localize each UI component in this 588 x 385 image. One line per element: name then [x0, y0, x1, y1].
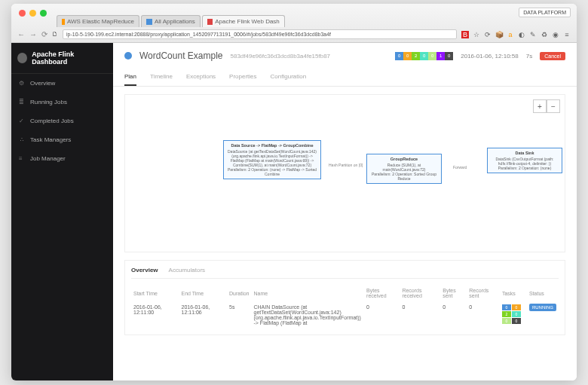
browser-tab-apps[interactable]: All Applications	[141, 15, 201, 27]
maximize-window-icon[interactable]	[40, 10, 47, 17]
th-bsent: Bytes sent	[440, 285, 467, 301]
menu-icon[interactable]: ≡	[563, 31, 571, 38]
app-layout: Apache Flink Dashboard ⚙Overview ≣Runnin…	[11, 43, 577, 380]
tab-label: AWS Elastic MapReduce	[67, 18, 134, 25]
th-dur: Duration	[227, 285, 251, 301]
hadoop-icon	[146, 19, 152, 25]
status-badges: 0 0 2 0 0 1 0	[395, 52, 453, 60]
cell-status: RUNNING	[527, 301, 559, 328]
flink-logo-icon	[17, 53, 27, 63]
mini-badge: 0	[502, 318, 511, 324]
tab-exceptions[interactable]: Exceptions	[186, 69, 216, 86]
dtab-overview[interactable]: Overview	[131, 267, 158, 273]
sidebar-item-label: Overview	[30, 80, 55, 87]
aws-icon	[62, 19, 65, 25]
cell-rrecv: 0	[400, 301, 440, 328]
node-body: Reduce (SUM(1), at main(WordCount.java:7…	[369, 163, 439, 172]
sidebar: Apache Flink Dashboard ⚙Overview ≣Runnin…	[11, 43, 113, 380]
status-badge: 0	[420, 52, 428, 60]
ext-icon[interactable]: 📦	[495, 31, 503, 38]
tab-label: All Applications	[155, 18, 195, 25]
back-icon[interactable]: ←	[17, 30, 25, 38]
sidebar-item-label: Job Manager	[30, 155, 66, 162]
mini-badge: 0	[512, 311, 521, 317]
ext-icon[interactable]: a	[507, 31, 514, 38]
status-running-badge: RUNNING	[529, 304, 556, 311]
brand: Apache Flink Dashboard	[11, 43, 113, 74]
job-title-row: WordCount Example 583df49e96fc36d3dcd8b3…	[124, 50, 565, 61]
status-badge: 0	[428, 52, 436, 60]
plan-node-reduce[interactable]: GroupReduce Reduce (SUM(1), at main(Word…	[366, 154, 442, 184]
job-subtabs: Plan Timeline Exceptions Properties Conf…	[124, 69, 565, 86]
node-meta: Parallelism: 2 Operation: Sorted Group R…	[369, 172, 439, 181]
address-bar-row: ← → ⟳ 🗋 ip-10-5-190-199.ec2.internal:208…	[11, 27, 577, 41]
th-rsent: Records sent	[467, 285, 500, 301]
flink-icon	[207, 19, 213, 25]
zoom-out-button[interactable]: −	[547, 99, 560, 113]
ext-icon[interactable]: ◉	[552, 31, 559, 38]
sidebar-item-job-manager[interactable]: ≡Job Manager	[11, 149, 113, 168]
tab-plan[interactable]: Plan	[124, 69, 136, 86]
sidebar-item-task-managers[interactable]: ⛬Task Managers	[11, 130, 113, 149]
cell-tasks: 0 0 2 0 0 0	[500, 301, 527, 328]
th-status: Status	[527, 285, 559, 301]
ext-icon[interactable]: ♻	[541, 31, 548, 38]
ext-icon[interactable]: ✎	[529, 31, 537, 38]
plan-node-sink[interactable]: Data Sink DataSink (CsvOutputFormat (pat…	[487, 148, 562, 173]
job-duration: 7s	[526, 53, 532, 60]
tab-label: Apache Flink Web Dash	[215, 18, 280, 25]
tab-timeline[interactable]: Timeline	[150, 69, 173, 86]
tab-properties[interactable]: Properties	[229, 69, 256, 86]
mini-badge: 2	[502, 311, 511, 317]
browser-tab-aws[interactable]: AWS Elastic MapReduce	[57, 15, 139, 27]
th-brecv: Bytes received	[364, 285, 400, 301]
edge-label: Hash Partition on [0]	[329, 163, 363, 167]
node-title: Data Source -> FlatMap -> GroupCombine	[226, 143, 318, 148]
cell-start: 2016-01-06, 12:11:00	[131, 301, 179, 328]
sidebar-item-label: Running Jobs	[30, 99, 67, 105]
mini-badge: 0	[512, 318, 521, 324]
sidebar-item-label: Task Managers	[30, 136, 71, 143]
status-dot-icon	[124, 52, 132, 60]
mini-badge: 0	[512, 304, 521, 310]
edge-label: Forward	[453, 165, 467, 170]
dtab-accumulators[interactable]: Accumulators	[169, 267, 205, 273]
minimize-window-icon[interactable]	[29, 10, 36, 17]
zoom-in-button[interactable]: +	[533, 99, 547, 113]
sidebar-item-label: Completed Jobs	[30, 118, 74, 124]
node-body: DataSource (at getTextDataSet(WordCount.…	[226, 149, 318, 167]
page-icon: 🗋	[52, 31, 58, 38]
plan-canvas[interactable]: + − Data Source -> FlatMap -> GroupCombi…	[124, 94, 565, 252]
plan-node-source[interactable]: Data Source -> FlatMap -> GroupCombine D…	[223, 140, 321, 179]
cell-bsent: 0	[440, 301, 467, 328]
th-rrecv: Records received	[400, 285, 440, 301]
node-body: DataSink (CsvOutputFormat (path: hdfs://…	[490, 157, 559, 166]
forward-icon[interactable]: →	[29, 30, 37, 38]
status-badge: 0	[403, 52, 412, 60]
nodes-icon: ⛬	[19, 136, 26, 143]
zoom-controls: + −	[533, 99, 560, 113]
browser-tab-flink[interactable]: Apache Flink Web Dash	[202, 15, 285, 27]
url-bar[interactable]: ip-10-5-190-199.ec2.internal:20888/proxy…	[63, 29, 457, 39]
job-id: 583df49e96fc36d3dcd8b3a4fe15fb87	[231, 53, 331, 60]
ext-icon[interactable]: ⟳	[484, 31, 492, 38]
tab-configuration[interactable]: Configuration	[271, 69, 307, 86]
cell-rsent: 0	[467, 301, 500, 328]
reload-icon[interactable]: ⟳	[41, 30, 47, 38]
ext-icon[interactable]: B	[461, 31, 469, 38]
extension-icons: B ☆ ⟳ 📦 a ◐ ✎ ♻ ◉ ≡	[461, 31, 571, 38]
cell-brecv: 0	[364, 301, 400, 328]
sidebar-item-overview[interactable]: ⚙Overview	[11, 74, 113, 93]
table-row[interactable]: 2016-01-06, 12:11:00 2016-01-06, 12:11:0…	[131, 301, 559, 328]
job-timestamp: 2016-01-06, 12:10:58	[461, 53, 519, 60]
ext-icon[interactable]: ◐	[518, 31, 525, 38]
cancel-button[interactable]: Cancel	[540, 52, 565, 60]
th-tasks: Tasks	[500, 285, 527, 301]
browser-chrome: DATA PLATFORM AWS Elastic MapReduce All …	[11, 4, 577, 43]
close-window-icon[interactable]	[19, 10, 26, 17]
sidebar-item-running-jobs[interactable]: ≣Running Jobs	[11, 93, 113, 112]
ext-icon[interactable]: ☆	[473, 31, 480, 38]
sidebar-item-completed-jobs[interactable]: ✓Completed Jobs	[11, 112, 113, 130]
th-start: Start Time	[131, 285, 179, 301]
status-badge: 0	[395, 52, 403, 60]
